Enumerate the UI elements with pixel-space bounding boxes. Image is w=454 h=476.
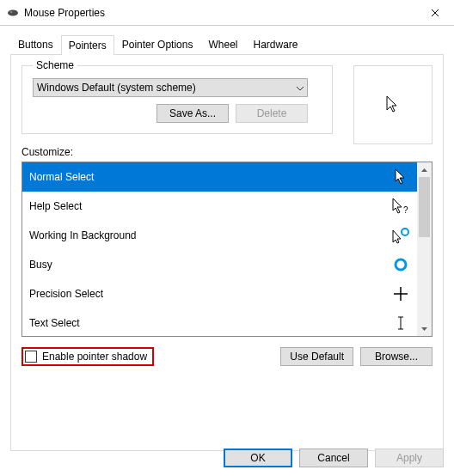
tab-wheel[interactable]: Wheel — [200, 34, 245, 54]
list-item-label: Text Select — [29, 317, 80, 329]
scrollbar[interactable] — [417, 162, 432, 336]
svg-point-4 — [396, 259, 406, 270]
apply-button: Apply — [375, 449, 444, 467]
close-button[interactable] — [415, 0, 454, 26]
scroll-track[interactable] — [417, 177, 432, 321]
tab-pointers[interactable]: Pointers — [61, 35, 114, 55]
scheme-select[interactable]: Windows Default (system scheme) — [33, 78, 308, 97]
cursor-help-icon: ? — [391, 198, 410, 215]
scheme-legend: Scheme — [33, 59, 77, 71]
list-item-precision-select[interactable]: Precision Select — [22, 279, 417, 308]
tab-pointer-options[interactable]: Pointer Options — [114, 34, 201, 54]
checkbox-label: Enable pointer shadow — [42, 351, 147, 363]
cursor-text-icon — [391, 315, 410, 331]
cursor-arrow-white-icon — [391, 168, 410, 186]
svg-point-3 — [402, 229, 408, 235]
list-item-label: Normal Select — [29, 171, 94, 183]
tab-hardware[interactable]: Hardware — [245, 34, 305, 54]
list-item-label: Help Select — [29, 200, 82, 212]
close-icon — [431, 9, 439, 17]
list-item-label: Working In Background — [29, 229, 137, 241]
dialog-footer: OK Cancel Apply — [224, 449, 444, 467]
list-item-normal-select[interactable]: Normal Select — [22, 162, 417, 192]
svg-point-0 — [8, 9, 18, 15]
list-item-help-select[interactable]: Help Select ? — [22, 192, 417, 221]
scroll-down-button[interactable] — [417, 321, 432, 336]
titlebar: Mouse Properties — [0, 0, 454, 26]
checkbox-box — [25, 351, 37, 363]
cursor-busy-icon — [391, 257, 410, 272]
customize-label: Customize: — [21, 146, 433, 158]
list-item-working-background[interactable]: Working In Background — [22, 221, 417, 250]
window-title: Mouse Properties — [24, 7, 415, 19]
tab-strip: Buttons Pointers Pointer Options Wheel H… — [0, 26, 454, 54]
cursor-working-icon — [391, 227, 410, 244]
list-item-label: Busy — [29, 259, 52, 271]
chevron-down-icon — [297, 83, 304, 93]
cursor-preview — [353, 65, 433, 144]
delete-button: Delete — [236, 104, 308, 123]
list-item-label: Precision Select — [29, 288, 103, 300]
browse-button[interactable]: Browse... — [360, 347, 433, 366]
save-as-button[interactable]: Save As... — [156, 104, 229, 123]
scheme-selected-value: Windows Default (system scheme) — [37, 82, 196, 94]
scroll-up-button[interactable] — [417, 162, 432, 177]
svg-point-1 — [10, 11, 13, 13]
cancel-button[interactable]: Cancel — [299, 449, 368, 467]
cursor-listbox[interactable]: Normal Select Help Select ? Working In B… — [21, 162, 433, 337]
enable-pointer-shadow-checkbox[interactable]: Enable pointer shadow — [21, 347, 154, 366]
ok-button[interactable]: OK — [224, 449, 292, 467]
scroll-thumb[interactable] — [419, 177, 430, 237]
tab-body: Scheme Windows Default (system scheme) S… — [10, 54, 444, 451]
tab-buttons[interactable]: Buttons — [10, 34, 61, 54]
svg-text:?: ? — [403, 205, 408, 215]
scheme-fieldset: Scheme Windows Default (system scheme) S… — [21, 65, 333, 134]
cursor-precision-icon — [391, 286, 410, 302]
mouse-icon — [7, 5, 19, 21]
list-item-busy[interactable]: Busy — [22, 250, 417, 279]
use-default-button[interactable]: Use Default — [280, 347, 353, 366]
cursor-arrow-icon — [384, 95, 402, 115]
list-item-text-select[interactable]: Text Select — [22, 308, 417, 336]
